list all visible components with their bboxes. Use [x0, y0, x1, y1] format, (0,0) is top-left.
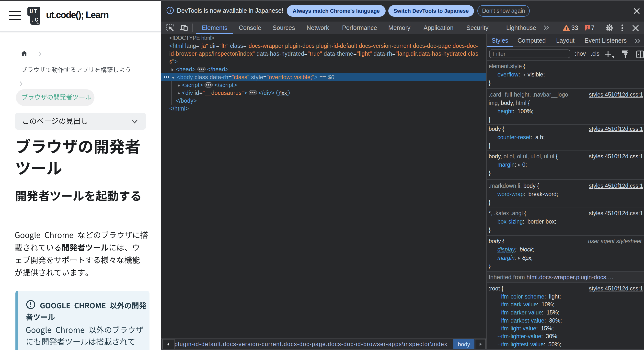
svg-text:.C: .C	[30, 17, 40, 23]
svg-text:UT: UT	[30, 9, 38, 15]
